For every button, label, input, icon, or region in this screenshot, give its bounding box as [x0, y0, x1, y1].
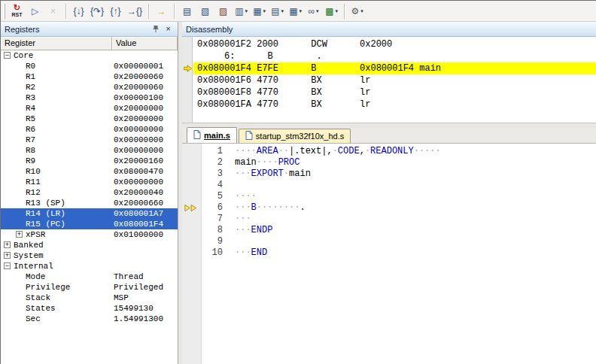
register-row[interactable]: R90x20000160 [1, 156, 178, 166]
line-number: 5 [182, 191, 230, 202]
step-out-button[interactable]: {↑} [107, 2, 124, 20]
value-column-header[interactable]: Value [112, 37, 178, 50]
line-number: 10 [182, 247, 230, 259]
register-row[interactable]: StackMSP [1, 293, 178, 303]
dropdown-arrow-icon[interactable]: ▾ [245, 8, 248, 14]
register-row[interactable]: R13 (SP)0x20000660 [1, 198, 178, 208]
tab-startup-stm32f10x-hd-s[interactable]: startup_stm32f10x_hd.s [239, 129, 351, 143]
register-name: R15 (PC) [1, 219, 65, 229]
disassembly-line[interactable]: 6: B . [193, 50, 596, 62]
run-to-line-button[interactable]: →{} [125, 2, 144, 20]
editor-line[interactable]: 10···END [182, 247, 596, 259]
line-number: 8 [182, 225, 230, 236]
editor-line[interactable]: 2main····PROC [182, 157, 596, 168]
register-row[interactable]: R120x20000040 [1, 187, 178, 198]
toolbar-separator [65, 4, 66, 19]
register-row[interactable]: R30x00000100 [1, 93, 178, 103]
register-column-header[interactable]: Register [1, 37, 112, 50]
register-row[interactable]: −Internal [1, 261, 178, 271]
disassembly-window-button[interactable]: ▧ [196, 2, 214, 20]
serial-windows-button[interactable]: ▥▾ [233, 2, 250, 20]
register-row[interactable]: ModeThread [1, 271, 178, 282]
editor-line[interactable]: 7··· [182, 214, 596, 225]
toolbar-grip[interactable] [3, 4, 5, 19]
stop-button[interactable]: × [44, 2, 62, 20]
register-row[interactable]: R50x20000000 [1, 114, 178, 124]
line-code: ···EXPORT·main [230, 168, 596, 180]
register-row[interactable]: States15499130 [1, 303, 178, 314]
disassembly-line[interactable]: 0x080001F8 4770 BX lr [193, 86, 596, 99]
register-value: 0x20000060 [114, 71, 163, 82]
register-row[interactable]: R60x00000000 [1, 124, 178, 135]
register-row[interactable]: −Core [1, 50, 178, 61]
register-row[interactable]: R20x20000060 [1, 82, 178, 93]
dropdown-arrow-icon[interactable]: ▾ [300, 8, 303, 14]
analysis-windows-button[interactable]: ▦▾ [251, 2, 268, 20]
disassembly-line[interactable]: 0x080001F4 E7FE B 0x080001F4 main [193, 62, 596, 74]
register-row[interactable]: R70x00000000 [1, 135, 178, 145]
keil-uvision-debug-window: ↻RST▷×{↓}{↷}{↑}→{}→▤▧▨▥▾▦▾▤▾▦▾∞▾▩▾⚙▾ Reg… [0, 0, 596, 364]
run-button[interactable]: ▷ [26, 2, 44, 20]
register-value: 0x00000000 [114, 135, 163, 145]
editor-line[interactable]: 3···EXPORT·main [182, 168, 596, 180]
register-row[interactable]: +Banked [1, 240, 178, 250]
watch-windows-button[interactable]: ∞▾ [305, 2, 322, 20]
register-name: Stack [1, 293, 50, 303]
collapse-icon[interactable]: − [4, 52, 11, 59]
step-over-button[interactable]: {↷} [88, 2, 106, 20]
dropdown-arrow-icon[interactable]: ▾ [316, 8, 319, 14]
step-into-button[interactable]: {↓} [70, 2, 87, 20]
register-value: 0x20000000 [114, 103, 163, 114]
registers-title-buttons: × [150, 24, 174, 35]
editor-line[interactable]: 4 [182, 180, 596, 191]
show-next-statement-button[interactable]: → [153, 2, 170, 20]
system-viewer-button[interactable]: ▩▾ [323, 2, 340, 20]
register-value: 0x00000001 [114, 61, 163, 71]
command-window-button[interactable]: ▤ [178, 2, 196, 20]
dropdown-arrow-icon[interactable]: ▾ [360, 8, 363, 14]
dropdown-arrow-icon[interactable]: ▾ [281, 8, 284, 14]
disassembly-line[interactable]: 0x080001FA 4770 BX lr [193, 99, 596, 111]
line-code: ····AREA··|.text|,·CODE,·READONLY····· [230, 146, 596, 157]
source-editor[interactable]: 1····AREA··|.text|,·CODE,·READONLY·····2… [182, 144, 596, 364]
pin-icon[interactable] [150, 24, 161, 35]
run-icon: ▷ [32, 7, 38, 16]
trace-windows-button[interactable]: ▤▾ [269, 2, 286, 20]
editor-line[interactable]: 9 [182, 236, 596, 247]
editor-line[interactable]: 8···ENDP [182, 225, 596, 236]
disassembly-line[interactable]: 0x080001F2 2000 DCW 0x2000 [193, 38, 596, 50]
register-row[interactable]: +System [1, 250, 178, 261]
horizontal-splitter[interactable] [182, 123, 596, 128]
expand-icon[interactable]: + [4, 241, 11, 248]
reset-cpu-button[interactable]: ↻RST [8, 2, 26, 20]
register-row[interactable]: R110x00000000 [1, 177, 178, 187]
register-row[interactable]: R14 (LR)0x080001A7 [1, 208, 178, 219]
memory-windows-button[interactable]: ▦▾ [287, 2, 304, 20]
register-row[interactable]: R10x20000060 [1, 71, 178, 82]
symbol-window-button[interactable]: ▨ [214, 2, 232, 20]
toolbox-button[interactable]: ⚙▾ [348, 2, 366, 20]
tab-main-s[interactable]: main.s [187, 127, 237, 143]
dropdown-arrow-icon[interactable]: ▾ [336, 8, 339, 14]
register-row[interactable]: R00x00000001 [1, 61, 178, 71]
register-row[interactable]: R15 (PC)0x080001F4 [1, 219, 178, 229]
close-icon[interactable]: × [163, 24, 174, 35]
editor-line[interactable]: 6···B········. [182, 202, 596, 214]
editor-line[interactable]: 1····AREA··|.text|,·CODE,·READONLY····· [182, 146, 596, 157]
tab-label: main.s [204, 131, 230, 140]
register-row[interactable]: PrivilegePrivileged [1, 282, 178, 293]
run-to-line-icon: →{} [127, 7, 142, 16]
register-row[interactable]: R100x08000470 [1, 166, 178, 177]
collapse-icon[interactable]: − [4, 262, 11, 269]
expand-icon[interactable]: + [4, 252, 11, 259]
dropdown-arrow-icon[interactable]: ▾ [263, 8, 266, 14]
register-row[interactable]: R40x20000000 [1, 103, 178, 114]
editor-line[interactable]: 5···· [182, 191, 596, 202]
register-row[interactable]: +xPSR0x01000000 [1, 229, 178, 240]
register-row[interactable]: Sec1.54991300 [1, 314, 178, 324]
register-value: 0x00000100 [114, 93, 163, 103]
disassembly-margin[interactable] [182, 37, 193, 123]
register-row[interactable]: R80x00000000 [1, 145, 178, 156]
disassembly-line[interactable]: 0x080001F6 4770 BX lr [193, 74, 596, 86]
expand-icon[interactable]: + [16, 231, 23, 238]
